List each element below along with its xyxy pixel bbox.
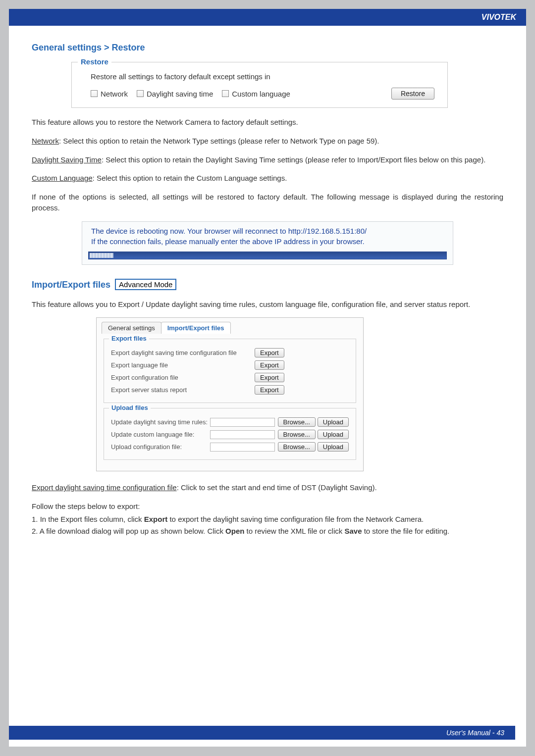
export-row-dst: Export daylight saving time configuratio… bbox=[111, 348, 349, 357]
upload-button-lang[interactable]: Upload bbox=[318, 430, 349, 439]
upload-row-lang: Update custom language file: Browse... U… bbox=[111, 430, 349, 439]
export-legend: Export files bbox=[109, 335, 149, 342]
upload-input-conf[interactable] bbox=[210, 443, 275, 452]
restore-section-title: General settings > Restore bbox=[32, 43, 503, 53]
checkbox-dst-label: Daylight saving time bbox=[147, 90, 213, 98]
checkbox-network-label: Network bbox=[101, 90, 128, 98]
checkbox-icon bbox=[222, 90, 229, 97]
export-dst-heading-label: Export daylight saving time configuratio… bbox=[32, 483, 177, 492]
step2-e: to store the file for editing. bbox=[362, 527, 449, 535]
checkbox-icon bbox=[91, 90, 98, 97]
step-2: 2. A file download dialog will pop up as… bbox=[32, 526, 503, 537]
upload-row-conf: Upload configuration file: Browse... Upl… bbox=[111, 442, 349, 452]
advanced-mode-badge: Advanced Mode bbox=[115, 279, 176, 290]
step1-b: Export bbox=[144, 515, 168, 523]
label-dst: Daylight Saving Time bbox=[32, 155, 102, 164]
reboot-message-box: The device is rebooting now. Your browse… bbox=[82, 221, 453, 265]
page-footer: User's Manual - 43 bbox=[9, 726, 515, 740]
ie-intro: This feature allows you to Export / Upda… bbox=[32, 299, 503, 310]
upload-label-dst: Update daylight saving time rules: bbox=[111, 418, 210, 426]
restore-description: Restore all settings to factory default … bbox=[91, 72, 438, 81]
checkbox-dst[interactable]: Daylight saving time bbox=[137, 90, 213, 98]
export-button-status[interactable]: Export bbox=[255, 385, 284, 395]
export-button-dst[interactable]: Export bbox=[255, 348, 284, 357]
step2-d: Save bbox=[344, 527, 362, 535]
content-area: General settings > Restore Restore Resto… bbox=[9, 26, 526, 536]
tab-bar: General settings Import/Export files bbox=[102, 322, 358, 334]
upload-label-conf: Upload configuration file: bbox=[111, 443, 210, 451]
checkbox-icon bbox=[137, 90, 144, 97]
export-label-status: Export server status report bbox=[111, 386, 255, 394]
export-row-conf: Export configuration file Export bbox=[111, 373, 349, 382]
step2-a: 2. A file download dialog will pop up as… bbox=[32, 527, 225, 535]
export-button-conf[interactable]: Export bbox=[255, 373, 284, 382]
restore-options-row: Network Daylight saving time Custom lang… bbox=[91, 88, 438, 100]
checkbox-customlang-label: Custom language bbox=[232, 90, 290, 98]
ie-title-text: Import/Export files bbox=[32, 280, 110, 290]
upload-files-panel: Upload files Update daylight saving time… bbox=[104, 408, 356, 460]
step-1: 1. In the Export files column, click Exp… bbox=[32, 514, 503, 525]
reboot-line1: The device is rebooting now. Your browse… bbox=[82, 226, 453, 236]
restore-panel: Restore Restore all settings to factory … bbox=[71, 62, 448, 108]
import-export-title: Import/Export files Advanced Mode bbox=[32, 279, 503, 290]
export-label-conf: Export configuration file bbox=[111, 374, 255, 381]
text-network: : Select this option to retain the Netwo… bbox=[59, 137, 379, 145]
label-network: Network bbox=[32, 137, 59, 145]
export-files-panel: Export files Export daylight saving time… bbox=[104, 339, 356, 403]
tab-import-export[interactable]: Import/Export files bbox=[161, 322, 231, 334]
restore-intro: This feature allows you to restore the N… bbox=[32, 117, 503, 128]
restore-network-text: Network: Select this option to retain th… bbox=[32, 136, 503, 147]
export-dst-heading-body: : Click to set the start and end time of… bbox=[177, 483, 377, 492]
checkbox-network[interactable]: Network bbox=[91, 90, 128, 98]
page: VIVOTEK General settings > Restore Resto… bbox=[9, 9, 526, 747]
progress-fill bbox=[90, 253, 113, 258]
restore-button[interactable]: Restore bbox=[391, 88, 434, 100]
step1-a: 1. In the Export files column, click bbox=[32, 515, 144, 523]
upload-row-dst: Update daylight saving time rules: Brows… bbox=[111, 417, 349, 427]
export-button-lang[interactable]: Export bbox=[255, 360, 284, 370]
upload-button-dst[interactable]: Upload bbox=[318, 417, 349, 427]
upload-input-dst[interactable] bbox=[210, 418, 275, 427]
browse-button-dst[interactable]: Browse... bbox=[278, 417, 316, 427]
import-export-panel: General settings Import/Export files Exp… bbox=[96, 317, 364, 471]
export-label-dst: Export daylight saving time configuratio… bbox=[111, 349, 255, 356]
browse-button-conf[interactable]: Browse... bbox=[278, 442, 316, 452]
upload-legend: Upload files bbox=[109, 404, 151, 411]
export-label-lang: Export language file bbox=[111, 361, 255, 369]
export-row-status: Export server status report Export bbox=[111, 385, 349, 395]
text-dst: : Select this option to retain the Dayli… bbox=[102, 155, 485, 164]
step2-c: to review the XML file or click bbox=[244, 527, 344, 535]
restore-dst-text: Daylight Saving Time: Select this option… bbox=[32, 154, 503, 165]
export-dst-heading: Export daylight saving time configuratio… bbox=[32, 482, 503, 493]
label-customlang: Custom Language bbox=[32, 174, 93, 182]
header-brand: VIVOTEK bbox=[9, 9, 526, 26]
text-customlang: : Select this option to retain the Custo… bbox=[93, 174, 287, 182]
restore-legend: Restore bbox=[78, 57, 111, 66]
checkbox-customlang[interactable]: Custom language bbox=[222, 90, 290, 98]
restore-none-text: If none of the options is selected, all … bbox=[32, 192, 503, 213]
progress-bar bbox=[88, 252, 447, 259]
upload-button-conf[interactable]: Upload bbox=[318, 442, 349, 452]
tab-general-settings[interactable]: General settings bbox=[102, 322, 161, 334]
upload-label-lang: Update custom language file: bbox=[111, 431, 210, 438]
reboot-line2: If the connection fails, please manually… bbox=[82, 236, 453, 247]
upload-input-lang[interactable] bbox=[210, 430, 275, 439]
browse-button-lang[interactable]: Browse... bbox=[278, 430, 316, 439]
follow-steps: Follow the steps below to export: bbox=[32, 501, 503, 512]
export-row-lang: Export language file Export bbox=[111, 360, 349, 370]
step1-c: to export the daylight saving time confi… bbox=[167, 515, 424, 523]
step2-b: Open bbox=[225, 527, 244, 535]
restore-cl-text: Custom Language: Select this option to r… bbox=[32, 173, 503, 184]
